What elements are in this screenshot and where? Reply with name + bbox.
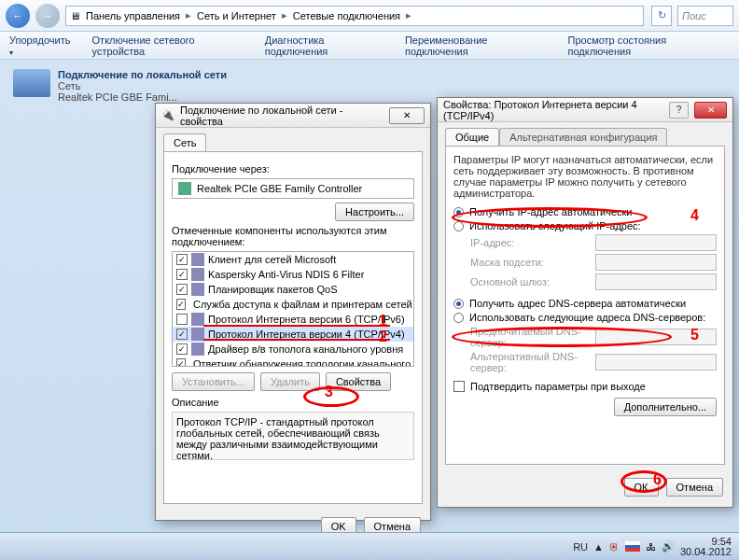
components-list[interactable]: ✓Клиент для сетей Microsoft✓Kaspersky An… bbox=[172, 251, 414, 367]
component-icon bbox=[191, 313, 204, 326]
dialog-title: Подключение по локальной сети - свойства bbox=[180, 105, 378, 127]
address-bar: ← → 🖥 Панель управления▸ Сеть и Интернет… bbox=[0, 0, 739, 32]
network-icon bbox=[13, 69, 50, 97]
taskbar[interactable]: RU ▲ ⛨ 🖧 🔊 9:54 30.04.2012 bbox=[0, 532, 739, 560]
connection-type: Сеть bbox=[58, 80, 227, 91]
description-text: Протокол TCP/IP - стандартный протокол г… bbox=[172, 412, 414, 460]
description-label: Описание bbox=[172, 397, 414, 408]
checkbox-icon[interactable]: ✓ bbox=[176, 269, 188, 280]
adapter-icon bbox=[178, 182, 191, 195]
tray-icon[interactable]: ▲ bbox=[593, 541, 604, 553]
list-item[interactable]: ✓Клиент для сетей Microsoft bbox=[173, 252, 413, 267]
list-item[interactable]: ✓Планировщик пакетов QoS bbox=[173, 282, 413, 297]
close-button[interactable]: ✕ bbox=[694, 102, 727, 119]
radio-dns-manual[interactable]: Использовать следующие адреса DNS-сервер… bbox=[453, 312, 717, 323]
dns2-label: Альтернативный DNS-сервер: bbox=[470, 351, 595, 373]
advanced-button[interactable]: Дополнительно... bbox=[614, 398, 717, 416]
tab-general[interactable]: Общие bbox=[445, 128, 499, 146]
connect-via-label: Подключение через: bbox=[172, 163, 414, 175]
component-icon bbox=[191, 253, 204, 266]
command-bar: Упорядочить Отключение сетевого устройст… bbox=[0, 32, 739, 60]
checkbox-icon[interactable]: ✓ bbox=[176, 284, 188, 295]
mask-input bbox=[595, 254, 717, 271]
network-icon: 🔌 bbox=[161, 109, 174, 121]
radio-ip-auto[interactable]: Получить IP-адрес автоматически bbox=[453, 206, 717, 217]
volume-icon[interactable]: 🔊 bbox=[662, 540, 675, 553]
list-item[interactable]: ✓Ответчик обнаружения топологии канально… bbox=[173, 357, 413, 367]
network-connection-item[interactable]: Подключение по локальной сети Сеть Realt… bbox=[13, 69, 227, 103]
back-button[interactable]: ← bbox=[6, 4, 30, 28]
titlebar[interactable]: Свойства: Протокол Интернета версии 4 (T… bbox=[438, 98, 732, 122]
checkbox-icon[interactable]: ✓ bbox=[176, 299, 186, 310]
cmd-rename[interactable]: Переименование подключения bbox=[405, 35, 551, 57]
annotation-6: 6 bbox=[653, 471, 662, 488]
annotation-underline-1 bbox=[203, 325, 390, 327]
annotation-3: 3 bbox=[325, 384, 333, 400]
install-button[interactable]: Установить... bbox=[172, 372, 255, 391]
annotation-underline-2 bbox=[203, 339, 390, 341]
cancel-button[interactable]: Отмена bbox=[666, 478, 723, 497]
dialog-title: Свойства: Протокол Интернета версии 4 (T… bbox=[443, 99, 658, 121]
component-icon bbox=[191, 283, 204, 296]
list-item[interactable]: ✓Kaspersky Anti-Virus NDIS 6 Filter bbox=[173, 267, 413, 282]
refresh-button[interactable]: ↻ bbox=[651, 6, 672, 26]
cmd-disable[interactable]: Отключение сетевого устройства bbox=[92, 35, 248, 57]
search-input[interactable]: Поис bbox=[677, 6, 733, 26]
adapter-combo[interactable]: Realtek PCIe GBE Family Controller bbox=[172, 178, 414, 199]
titlebar[interactable]: 🔌 Подключение по локальной сети - свойст… bbox=[156, 104, 430, 128]
radio-ip-manual[interactable]: Использовать следующий IP-адрес: bbox=[453, 220, 717, 231]
connection-adapter: Realtek PCIe GBE Fami... bbox=[58, 91, 227, 103]
gateway-label: Основной шлюз: bbox=[470, 276, 550, 287]
forward-button[interactable]: → bbox=[35, 4, 60, 28]
gateway-input bbox=[595, 273, 717, 290]
checkbox-icon[interactable]: ✓ bbox=[176, 329, 188, 340]
annotation-5: 5 bbox=[690, 327, 699, 343]
checkbox-icon[interactable]: ✓ bbox=[176, 358, 186, 367]
flag-icon[interactable] bbox=[625, 541, 640, 552]
close-button[interactable]: ✕ bbox=[389, 107, 425, 124]
language-indicator[interactable]: RU bbox=[573, 541, 588, 553]
remove-button[interactable]: Удалить bbox=[260, 372, 320, 391]
checkbox-icon[interactable] bbox=[176, 314, 188, 325]
component-icon bbox=[191, 328, 204, 341]
dns2-input bbox=[595, 354, 717, 371]
annotation-2: 2 bbox=[379, 329, 387, 345]
ip-input bbox=[595, 234, 717, 251]
radio-dot-icon bbox=[453, 207, 464, 217]
components-label: Отмеченные компоненты используются этим … bbox=[172, 225, 414, 247]
radio-dns-auto[interactable]: Получить адрес DNS-сервера автоматически bbox=[453, 298, 717, 309]
crumb-l2[interactable]: Сеть и Интернет bbox=[193, 8, 280, 23]
tab-network[interactable]: Сеть bbox=[163, 133, 206, 151]
clock[interactable]: 9:54 30.04.2012 bbox=[680, 537, 732, 557]
radio-dot-icon bbox=[453, 299, 464, 309]
help-button[interactable]: ? bbox=[669, 102, 689, 119]
cmd-diagnose[interactable]: Диагностика подключения bbox=[265, 35, 388, 57]
confirm-checkbox[interactable]: Подтвердить параметры при выходе bbox=[453, 381, 717, 392]
cmd-status[interactable]: Просмотр состояния подключения bbox=[568, 35, 731, 57]
ipv4-properties-dialog: Свойства: Протокол Интернета версии 4 (T… bbox=[437, 97, 733, 508]
properties-button[interactable]: Свойства bbox=[326, 372, 391, 391]
radio-dot-icon bbox=[453, 221, 464, 231]
shield-icon[interactable]: ⛨ bbox=[609, 541, 620, 553]
tab-alternate[interactable]: Альтернативная конфигурация bbox=[499, 128, 667, 146]
crumb-l3[interactable]: Сетевые подключения bbox=[289, 8, 404, 23]
ip-label: IP-адрес: bbox=[470, 237, 514, 248]
dns1-label: Предпочитаемый DNS-сервер: bbox=[470, 326, 595, 348]
properties-dialog: 🔌 Подключение по локальной сети - свойст… bbox=[155, 103, 431, 521]
connection-name: Подключение по локальной сети bbox=[58, 69, 227, 80]
system-tray[interactable]: RU ▲ ⛨ 🖧 🔊 9:54 30.04.2012 bbox=[573, 537, 732, 557]
crumb-root[interactable]: Панель управления bbox=[82, 8, 184, 23]
checkbox-icon[interactable]: ✓ bbox=[176, 254, 188, 265]
breadcrumb[interactable]: 🖥 Панель управления▸ Сеть и Интернет▸ Се… bbox=[65, 6, 644, 26]
annotation-1: 1 bbox=[379, 313, 387, 329]
checkbox-icon bbox=[453, 381, 465, 392]
radio-dot-icon bbox=[453, 313, 464, 323]
cmd-organize[interactable]: Упорядочить bbox=[9, 35, 76, 57]
configure-button[interactable]: Настроить... bbox=[335, 203, 414, 221]
mask-label: Маска подсети: bbox=[470, 257, 544, 268]
checkbox-icon[interactable]: ✓ bbox=[176, 343, 188, 355]
list-item[interactable]: ✓Служба доступа к файлам и принтерам сет… bbox=[173, 297, 413, 312]
list-item[interactable]: ✓Драйвер в/в тополога канального уровня bbox=[173, 342, 413, 357]
network-tray-icon[interactable]: 🖧 bbox=[646, 541, 656, 553]
info-text: Параметры IP могут назначаться автоматич… bbox=[453, 154, 717, 199]
